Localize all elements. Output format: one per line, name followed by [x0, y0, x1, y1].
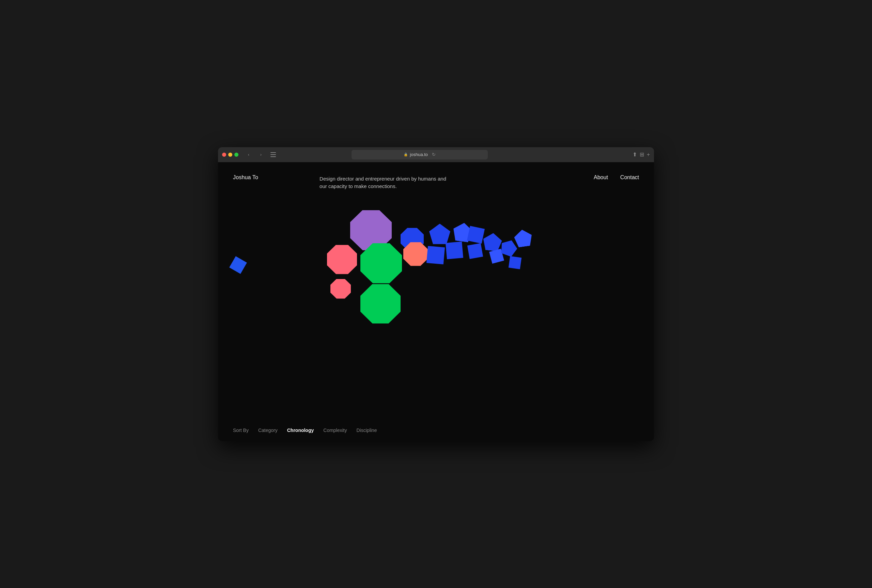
- sort-bar: Sort By Category Chronology Complexity D…: [218, 422, 654, 441]
- sort-chronology[interactable]: Chronology: [287, 428, 314, 433]
- svg-rect-2: [270, 156, 276, 157]
- url-bar[interactable]: 🔒 joshua.to ↻: [352, 150, 488, 159]
- sort-category[interactable]: Category: [258, 428, 278, 433]
- minimize-button[interactable]: [228, 153, 232, 157]
- sort-discipline[interactable]: Discipline: [357, 428, 377, 433]
- shape-13: [467, 243, 483, 259]
- browser-content: Joshua To Design director and entreprene…: [218, 162, 654, 441]
- traffic-lights: [222, 153, 238, 157]
- shape-4: [327, 245, 357, 274]
- nav-contact[interactable]: Contact: [620, 174, 639, 180]
- lock-icon: 🔒: [404, 153, 408, 156]
- browser-actions: ⬆ ⊞ +: [632, 151, 650, 158]
- back-button[interactable]: ‹: [244, 151, 253, 158]
- shape-0: [229, 256, 247, 274]
- shape-17: [509, 256, 521, 269]
- site-logo[interactable]: Joshua To: [233, 174, 258, 180]
- close-button[interactable]: [222, 153, 226, 157]
- browser-titlebar: ‹ › 🔒 joshua.to ↻ ⬆ ⊞ +: [218, 147, 654, 162]
- shape-12: [467, 225, 485, 243]
- shape-7: [403, 242, 428, 266]
- svg-rect-1: [270, 154, 276, 155]
- shape-10: [445, 241, 463, 259]
- shape-14: [482, 232, 502, 251]
- new-tab-button[interactable]: +: [647, 152, 650, 158]
- shape-9: [427, 246, 445, 264]
- shapes-canvas: [218, 190, 654, 422]
- shape-5: [330, 279, 351, 299]
- maximize-button[interactable]: [234, 153, 238, 157]
- shape-8: [429, 224, 450, 244]
- forward-button[interactable]: ›: [256, 151, 266, 158]
- shape-2: [360, 243, 402, 284]
- url-text: joshua.to: [410, 152, 428, 157]
- sort-by-label: Sort By: [233, 428, 249, 433]
- site-tagline: Design director and entrepreneur driven …: [319, 175, 449, 190]
- browser-window: ‹ › 🔒 joshua.to ↻ ⬆ ⊞ + Joshua To Design…: [218, 147, 654, 441]
- site-nav-links: About Contact: [594, 174, 639, 180]
- refresh-button[interactable]: ↻: [432, 152, 436, 157]
- sidebar-button[interactable]: [268, 151, 278, 158]
- site-nav: Joshua To Design director and entreprene…: [218, 162, 654, 190]
- nav-about[interactable]: About: [594, 174, 608, 180]
- share-button[interactable]: ⬆: [632, 151, 637, 158]
- shape-3: [360, 284, 401, 324]
- svg-rect-0: [270, 152, 276, 153]
- sort-complexity[interactable]: Complexity: [323, 428, 347, 433]
- shape-18: [513, 228, 533, 248]
- add-tab-button[interactable]: ⊞: [640, 151, 644, 158]
